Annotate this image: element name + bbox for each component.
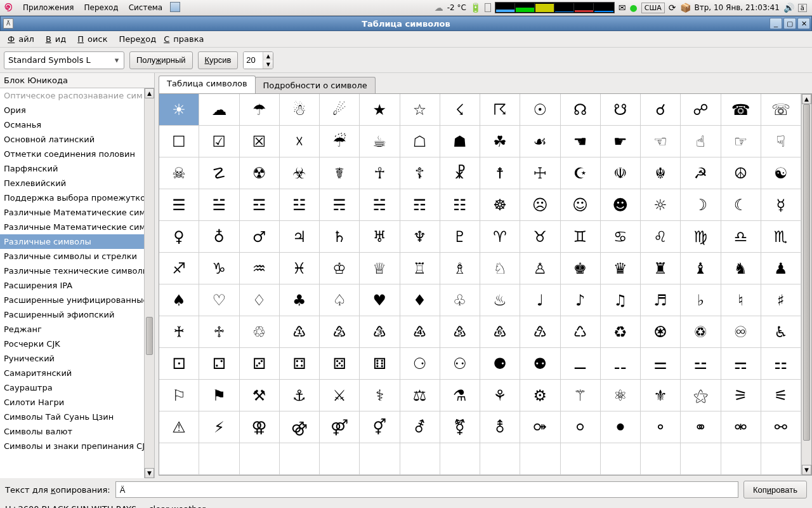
- char-cell[interactable]: ⚍: [681, 348, 721, 380]
- char-cell[interactable]: ♽: [681, 316, 721, 348]
- char-cell[interactable]: ♼: [641, 316, 681, 348]
- char-cell[interactable]: ♿: [761, 316, 801, 348]
- char-cell[interactable]: ♛: [601, 253, 641, 284]
- char-cell[interactable]: ⚦: [400, 411, 440, 443]
- block-item[interactable]: Ория: [0, 103, 144, 117]
- char-cell[interactable]: ♱: [199, 316, 239, 348]
- char-cell[interactable]: [520, 443, 560, 475]
- char-cell[interactable]: ⚪: [561, 411, 601, 443]
- block-item[interactable]: Пехлевийский: [0, 176, 144, 190]
- char-cell[interactable]: ♶: [400, 316, 440, 348]
- char-cell[interactable]: ♇: [440, 221, 480, 253]
- menu-file[interactable]: Файл: [4, 32, 42, 46]
- char-cell[interactable]: ⚈: [480, 348, 520, 380]
- launcher-icon[interactable]: [167, 1, 183, 15]
- char-cell[interactable]: ☒: [240, 126, 280, 157]
- char-cell[interactable]: ⚋: [601, 348, 641, 380]
- char-cell[interactable]: ♆: [400, 221, 440, 253]
- char-cell[interactable]: ☐: [159, 126, 199, 157]
- char-cell[interactable]: ⚐: [159, 380, 199, 411]
- char-cell[interactable]: ♕: [360, 253, 400, 284]
- char-cell[interactable]: ☾: [721, 189, 761, 221]
- char-cell[interactable]: ♫: [601, 284, 641, 316]
- char-cell[interactable]: ☭: [681, 157, 721, 189]
- char-cell[interactable]: ⚑: [199, 380, 239, 411]
- char-cell[interactable]: ⚇: [440, 348, 480, 380]
- block-item[interactable]: Различные технические символь: [0, 264, 144, 278]
- char-cell[interactable]: [159, 443, 199, 475]
- char-cell[interactable]: ♙: [520, 253, 560, 284]
- char-cell[interactable]: ⚭: [681, 411, 721, 443]
- block-item[interactable]: Самаритянский: [0, 366, 144, 380]
- char-cell[interactable]: ♂: [240, 221, 280, 253]
- char-cell[interactable]: ♦: [400, 284, 440, 316]
- char-cell[interactable]: ☀: [159, 94, 199, 126]
- char-cell[interactable]: ♖: [400, 253, 440, 284]
- grid-scroll-thumb[interactable]: [803, 104, 810, 441]
- block-item[interactable]: Саураштра: [0, 380, 144, 395]
- char-cell[interactable]: ♣: [280, 284, 320, 316]
- char-cell[interactable]: ♮: [721, 284, 761, 316]
- char-cell[interactable]: ♠: [159, 284, 199, 316]
- char-cell[interactable]: ♨: [480, 284, 520, 316]
- char-cell[interactable]: ☔: [320, 126, 360, 157]
- block-item[interactable]: Расширенные унифицированные: [0, 293, 144, 307]
- char-cell[interactable]: [280, 443, 320, 475]
- block-item[interactable]: Символы валют: [0, 424, 144, 439]
- char-cell[interactable]: ♓: [280, 253, 320, 284]
- char-cell[interactable]: ☆: [400, 94, 440, 126]
- char-cell[interactable]: ☗: [440, 126, 480, 157]
- window-titlebar[interactable]: Ä Таблица символов _ ▢ ✕: [0, 16, 812, 31]
- char-cell[interactable]: ♰: [159, 316, 199, 348]
- char-cell[interactable]: ♀: [159, 221, 199, 253]
- char-cell[interactable]: ♾: [721, 316, 761, 348]
- char-cell[interactable]: ♹: [520, 316, 560, 348]
- grid-scroll-down-icon[interactable]: ▼: [802, 465, 811, 475]
- block-item[interactable]: Оптическое распознавание сим: [0, 88, 144, 103]
- block-item[interactable]: Различные Математические сим: [0, 220, 144, 234]
- tab-table[interactable]: Таблица символов: [159, 76, 256, 93]
- char-cell[interactable]: ♥: [360, 284, 400, 316]
- char-cell[interactable]: ♘: [480, 253, 520, 284]
- char-cell[interactable]: ⚕: [360, 380, 400, 411]
- char-cell[interactable]: [480, 443, 520, 475]
- weather-icon[interactable]: [435, 3, 443, 13]
- char-cell[interactable]: ♸: [480, 316, 520, 348]
- char-cell[interactable]: ⚣: [280, 411, 320, 443]
- char-cell[interactable]: ☡: [199, 157, 239, 189]
- char-cell[interactable]: ♐: [159, 253, 199, 284]
- char-cell[interactable]: ☹: [520, 189, 560, 221]
- block-item[interactable]: Реджанг: [0, 322, 144, 337]
- char-cell[interactable]: ♴: [320, 316, 360, 348]
- char-cell[interactable]: ☽: [681, 189, 721, 221]
- block-item[interactable]: Различные символы: [0, 234, 144, 249]
- char-cell[interactable]: ⚌: [641, 348, 681, 380]
- char-cell[interactable]: ♺: [561, 316, 601, 348]
- software-icon[interactable]: 📦: [680, 3, 691, 13]
- char-cell[interactable]: [761, 443, 801, 475]
- sidebar-scrollbar[interactable]: ▲ ▼: [144, 88, 154, 478]
- battery-icon[interactable]: 🔋: [470, 3, 481, 13]
- char-cell[interactable]: ⚢: [240, 411, 280, 443]
- size-spinner[interactable]: ▲ ▼: [243, 51, 273, 69]
- char-cell[interactable]: ⚔: [320, 380, 360, 411]
- char-cell[interactable]: ♑: [199, 253, 239, 284]
- char-cell[interactable]: ☇: [440, 94, 480, 126]
- char-cell[interactable]: ☰: [159, 189, 199, 221]
- char-cell[interactable]: ⚤: [320, 411, 360, 443]
- char-cell[interactable]: ♍: [681, 221, 721, 253]
- char-cell[interactable]: ♡: [199, 284, 239, 316]
- char-cell[interactable]: ⚎: [721, 348, 761, 380]
- indicator-icon[interactable]: ä: [798, 4, 807, 12]
- char-cell[interactable]: ♢: [240, 284, 280, 316]
- char-cell[interactable]: ♩: [520, 284, 560, 316]
- char-cell[interactable]: ☱: [199, 189, 239, 221]
- char-cell[interactable]: ⚠: [159, 411, 199, 443]
- block-item[interactable]: Символы и знаки препинания CJK: [0, 439, 144, 453]
- char-cell[interactable]: ♲: [240, 316, 280, 348]
- char-cell[interactable]: ♝: [681, 253, 721, 284]
- char-cell[interactable]: ⚩: [520, 411, 560, 443]
- char-cell[interactable]: ☺: [561, 189, 601, 221]
- char-cell[interactable]: ♵: [360, 316, 400, 348]
- block-item[interactable]: Росчерки CJK: [0, 337, 144, 351]
